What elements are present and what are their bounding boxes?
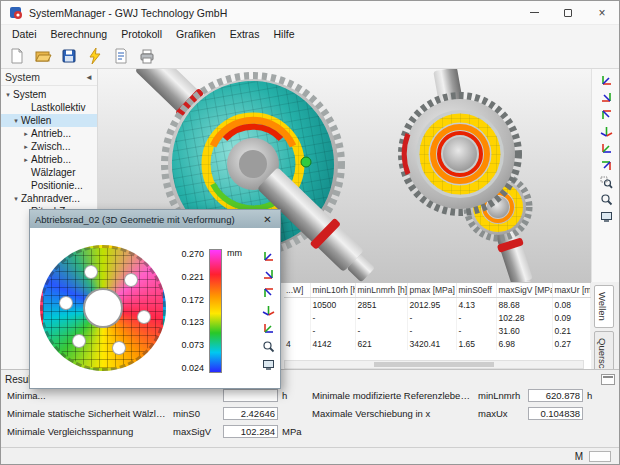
- expand-arrow-icon[interactable]: [11, 117, 21, 125]
- view-orientation-button[interactable]: [598, 89, 615, 105]
- axis-triad-icon: [262, 250, 275, 263]
- axis-triad-icon: [262, 268, 275, 281]
- column-header[interactable]: maxSigV [MPa]: [496, 283, 552, 298]
- table-cell: 2851: [355, 298, 407, 312]
- floating-close-button[interactable]: ✕: [260, 214, 275, 225]
- table-horizontal-scrollbar[interactable]: [284, 360, 584, 369]
- tree-item-label: Antrieb...: [31, 128, 71, 139]
- status-bar: M: [1, 447, 619, 464]
- zoom-window-button[interactable]: [598, 174, 615, 190]
- tree-item-system[interactable]: System: [1, 88, 97, 101]
- legend-value: 0.123: [181, 317, 204, 327]
- table-cell: 1.65: [456, 337, 496, 350]
- zoom-window-icon: [600, 176, 613, 189]
- save-button[interactable]: [57, 45, 81, 67]
- fit-view-button[interactable]: [260, 356, 277, 372]
- menu-grafiken[interactable]: Grafiken: [169, 28, 223, 40]
- expand-arrow-icon[interactable]: [21, 130, 31, 138]
- result-value-field: [223, 389, 278, 402]
- result-label: Minimale modifizierte Referenzlebensdaue…: [312, 390, 474, 401]
- zoom-button[interactable]: [598, 191, 615, 207]
- tree-item-wellen[interactable]: Wellen: [1, 114, 97, 127]
- result-code: maxSigV: [173, 426, 219, 437]
- tree-item-zwischen[interactable]: Zwisch...: [1, 140, 97, 153]
- open-button[interactable]: [31, 45, 55, 67]
- view-orientation-button[interactable]: [598, 123, 615, 139]
- table-cell: 31.60: [496, 324, 552, 337]
- table-row[interactable]: 4 4142 621 3420.41 1.65 6.98 0.27: [284, 337, 590, 350]
- maximize-button[interactable]: [551, 1, 585, 24]
- view-orientation-button[interactable]: [260, 248, 277, 264]
- calculate-button[interactable]: [83, 45, 107, 67]
- gear-bore-hole: [84, 265, 98, 279]
- view-orientation-button[interactable]: [260, 302, 277, 318]
- table-header-row: ...W] minL10rh [h] minLnmrh [h] pmax [MP…: [284, 283, 590, 298]
- view-orientation-button[interactable]: [260, 284, 277, 300]
- deformation-gear-view[interactable]: [40, 245, 166, 371]
- expand-arrow-icon[interactable]: [11, 195, 21, 203]
- column-header[interactable]: pmax [MPa]: [407, 283, 456, 298]
- menu-berechnung[interactable]: Berechnung: [44, 28, 115, 40]
- view-orientation-button[interactable]: [260, 266, 277, 282]
- menu-datei[interactable]: Datei: [5, 28, 44, 40]
- menu-extras[interactable]: Extras: [223, 28, 267, 40]
- table-cell: 10500: [310, 298, 355, 312]
- column-header[interactable]: ...W]: [284, 283, 310, 298]
- view-orientation-button[interactable]: [260, 320, 277, 336]
- table-row[interactable]: - - - - 31.60 0.21: [284, 324, 590, 337]
- floating-window-titlebar[interactable]: Abtriebsrad_02 (3D Geometrie mit Verform…: [30, 210, 280, 228]
- column-header[interactable]: minL10rh [h]: [310, 283, 355, 298]
- column-header[interactable]: minLnmrh [h]: [355, 283, 407, 298]
- floating-window-content: 0.270 0.221 0.172 0.123 0.073 0.024 mm: [30, 228, 280, 388]
- shaft-results-table: ...W] minL10rh [h] minLnmrh [h] pmax [MP…: [284, 283, 591, 350]
- floating-result-window[interactable]: Abtriebsrad_02 (3D Geometrie mit Verform…: [29, 209, 281, 389]
- result-code: minLnmrh: [478, 390, 524, 401]
- view-orientation-button[interactable]: [598, 72, 615, 88]
- tree-item-lastkollektiv[interactable]: Lastkollektiv: [1, 101, 97, 114]
- table-cell: -: [355, 311, 407, 324]
- tree-item-waelzlager[interactable]: Wälzlager: [1, 166, 97, 179]
- report-button[interactable]: [109, 45, 133, 67]
- close-button[interactable]: ×: [585, 1, 619, 24]
- column-header[interactable]: minS0eff: [456, 283, 496, 298]
- maximize-icon: [564, 9, 572, 17]
- tree-item-abtrieb[interactable]: Abtrieb...: [1, 153, 97, 166]
- table-cell: [284, 298, 310, 312]
- legend-unit: mm: [227, 248, 242, 258]
- tree-item-antrieb[interactable]: Antrieb...: [1, 127, 97, 140]
- print-button[interactable]: [135, 45, 159, 67]
- results-body: Minima... h Minimale statische Sicherhei…: [5, 386, 615, 439]
- result-label: Minimale Vergleichsspannung: [7, 426, 169, 437]
- view-orientation-button[interactable]: [598, 140, 615, 156]
- menu-protokoll[interactable]: Protokoll: [114, 28, 169, 40]
- results-panel-toggle-button[interactable]: [601, 374, 615, 385]
- expand-arrow-icon[interactable]: [21, 143, 31, 151]
- status-field: [589, 451, 611, 462]
- table-cell: -: [310, 324, 355, 337]
- tree-item-zahnradverbindung[interactable]: Zahnradver...: [1, 192, 97, 205]
- color-legend-bar: [209, 249, 222, 373]
- new-file-button[interactable]: [5, 45, 29, 67]
- legend-value: 0.073: [181, 340, 204, 350]
- view-orientation-button[interactable]: [598, 157, 615, 173]
- menu-hilfe[interactable]: Hilfe: [266, 28, 301, 40]
- gear-center-bore: [83, 288, 123, 328]
- tree-item-positionierung[interactable]: Positionie...: [1, 179, 97, 192]
- view-orientation-button[interactable]: [598, 106, 615, 122]
- expand-arrow-icon[interactable]: [3, 91, 13, 99]
- fit-view-button[interactable]: [598, 208, 615, 224]
- minimize-button[interactable]: [517, 1, 551, 24]
- result-value-field: 102.284: [223, 425, 278, 438]
- table-cell: 3420.41: [407, 337, 456, 350]
- tab-wellen[interactable]: Wellen: [594, 285, 614, 328]
- zoom-button[interactable]: [260, 338, 277, 354]
- column-header[interactable]: maxUr [mm]: [552, 283, 590, 298]
- monitor-icon: [262, 358, 275, 371]
- result-unit: h: [282, 390, 304, 401]
- scrollbar-thumb[interactable]: [374, 362, 493, 367]
- table-row[interactable]: 10500 2851 2012.95 4.13 88.68 0.08: [284, 298, 590, 312]
- table-row[interactable]: - - - - 102.28 0.09: [284, 311, 590, 324]
- table-cell: 4: [284, 337, 310, 350]
- panel-collapse-icon[interactable]: ◄: [85, 73, 93, 82]
- expand-arrow-icon[interactable]: [21, 156, 31, 164]
